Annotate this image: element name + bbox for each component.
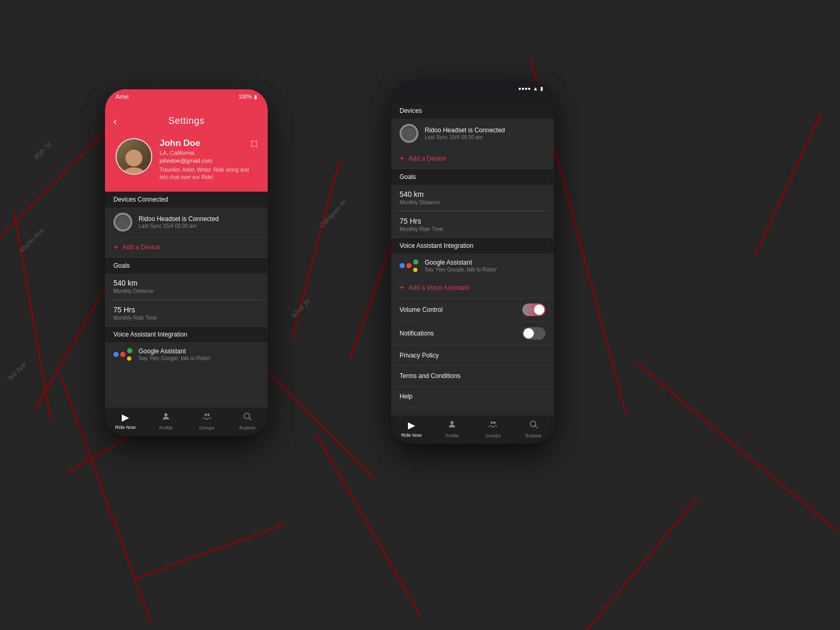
plus-icon: + <box>113 243 118 252</box>
right-add-voice[interactable]: + Add a Voice Assistant <box>391 278 554 298</box>
right-add-device-label: Add a Device <box>408 155 446 162</box>
volume-control-toggle[interactable] <box>522 303 545 316</box>
device-name: Ridoo Headset is Connected <box>139 215 219 223</box>
settings-title: Settings <box>168 116 204 127</box>
right-groups-icon <box>488 419 498 432</box>
volume-control-row[interactable]: Volume Control <box>391 298 554 322</box>
voice-assistant-text: Google Assistant Say 'Hey Google, talk t… <box>139 348 211 361</box>
nav-profile-label: Profile <box>159 425 173 430</box>
street-label: Maine Ave <box>18 226 46 254</box>
goal-distance-item[interactable]: 540 km Monthly Distance <box>105 274 268 300</box>
nav-ride-now[interactable]: ▶ Ride Now <box>105 412 146 430</box>
profile-section: John Doe ⬚ LA, California johndoe@gmail.… <box>105 133 268 192</box>
back-button[interactable]: ‹ <box>113 115 117 127</box>
volume-control-label: Volume Control <box>400 306 443 313</box>
profile-name-row: John Doe ⬚ <box>160 138 257 149</box>
right-assistant-name: Google Assistant <box>425 259 497 266</box>
avatar-image <box>117 139 151 174</box>
google-dot-red <box>120 352 125 357</box>
avatar-body <box>122 167 145 174</box>
right-devices-label: Devices <box>400 107 422 114</box>
edit-profile-icon[interactable]: ⬚ <box>250 139 257 148</box>
right-nav-profile-label: Profile <box>445 433 459 438</box>
google-logo <box>113 348 132 361</box>
privacy-policy-item[interactable]: Privacy Policy <box>391 345 554 366</box>
wifi-icon: ▲ <box>533 86 538 91</box>
nav-explore[interactable]: Explore <box>227 412 268 430</box>
map-line <box>635 361 837 531</box>
battery-label: 100% <box>238 94 252 100</box>
avatar-head <box>125 150 142 166</box>
right-add-voice-label: Add a Voice Assistant <box>408 284 469 291</box>
right-voice-plus-icon: + <box>400 283 404 292</box>
add-device-item[interactable]: + Add a Device <box>105 237 268 258</box>
svg-line-9 <box>536 426 538 428</box>
scroll-content: Devices Connected Ridoo Headset is Conne… <box>105 192 268 407</box>
groups-icon <box>202 412 212 424</box>
signal-icon: ●●●● <box>518 86 531 91</box>
right-phone: ●●●● ▲ ▮ Devices Ridoo Headset is Connec… <box>391 81 554 444</box>
map-line <box>754 112 823 255</box>
right-nav-profile[interactable]: Profile <box>432 419 473 438</box>
notifications-row[interactable]: Notifications <box>391 322 554 345</box>
right-google-dot-blue <box>400 263 405 268</box>
right-ride-now-icon: ▶ <box>408 419 415 431</box>
notifications-toggle-thumb <box>523 328 534 339</box>
device-text: Ridoo Headset is Connected Last Sync 15/… <box>139 215 219 229</box>
map-line <box>563 497 699 630</box>
right-google-dot-yellow <box>413 268 417 272</box>
devices-section-header: Devices Connected <box>105 192 268 207</box>
right-plus-icon: + <box>400 154 404 163</box>
svg-point-1 <box>204 414 207 416</box>
nav-explore-label: Explore <box>239 425 256 430</box>
right-voice-item[interactable]: Google Assistant Say 'Hey Google, talk t… <box>391 254 554 278</box>
device-item[interactable]: Ridoo Headset is Connected Last Sync 15/… <box>105 207 268 237</box>
profile-name: John Doe <box>160 138 200 149</box>
help-item[interactable]: Help <box>391 386 554 407</box>
goal2-label: Monthly Ride Time <box>113 315 259 321</box>
right-goal2-value: 75 Hrs <box>400 217 545 225</box>
battery-icon: ▮ <box>254 94 257 100</box>
profile-location: LA, California <box>160 150 257 156</box>
right-nav-groups[interactable]: Groups <box>472 419 513 438</box>
google-dot-blue <box>113 352 119 357</box>
right-google-dot-red <box>406 263 412 268</box>
help-label: Help <box>400 393 413 400</box>
right-scroll-content: Devices Ridoo Headset is Connected Last … <box>391 103 554 415</box>
profile-bio: Traveller, Artist, Writer. Ride along an… <box>160 166 257 181</box>
device-sync: Last Sync 15/4 09:30 am <box>139 223 219 229</box>
svg-point-5 <box>450 421 454 424</box>
battery-icon-right: ▮ <box>540 86 543 91</box>
svg-point-7 <box>494 422 496 424</box>
right-nav-explore[interactable]: Explore <box>513 419 554 438</box>
right-device-sync: Last Sync 15/4 09:30 am <box>425 134 505 140</box>
assistant-hint: Say 'Hey Google, talk to Ridoo' <box>139 355 211 361</box>
nav-groups[interactable]: Groups <box>186 412 227 430</box>
street-label: 92nd St <box>289 297 311 319</box>
goal-time-item[interactable]: 75 Hrs Monthly Ride Time <box>105 300 268 327</box>
right-add-device[interactable]: + Add a Device <box>391 149 554 169</box>
goal1-value: 540 km <box>113 279 259 287</box>
svg-point-6 <box>490 422 493 424</box>
right-device-item[interactable]: Ridoo Headset is Connected Last Sync 15/… <box>391 119 554 149</box>
right-goal-distance[interactable]: 540 km Monthly Distance <box>391 185 554 211</box>
terms-conditions-item[interactable]: Terms and Conditions <box>391 366 554 386</box>
voice-assistant-item[interactable]: Google Assistant Say 'Hey Google, talk t… <box>105 342 268 366</box>
nav-profile[interactable]: Profile <box>146 412 187 430</box>
right-explore-icon <box>529 419 538 432</box>
right-device-text: Ridoo Headset is Connected Last Sync 15/… <box>425 127 505 140</box>
carrier-label: Airtel <box>116 93 129 100</box>
right-profile-icon <box>447 419 457 432</box>
notifications-toggle[interactable] <box>522 327 545 340</box>
right-goal2-label: Monthly Ride Time <box>400 226 545 232</box>
left-phone: Airtel 100% ▮ ‹ Settings <box>105 89 268 436</box>
right-goal1-label: Monthly Distance <box>400 200 545 205</box>
right-google-logo <box>400 259 418 272</box>
ring-device-icon <box>113 213 132 232</box>
svg-line-4 <box>249 418 251 420</box>
status-icons: 100% ▮ <box>238 94 257 100</box>
right-voice-header: Voice Assistant Integration <box>391 238 554 254</box>
right-goal-time[interactable]: 75 Hrs Monthly Ride Time <box>391 212 554 238</box>
right-nav-ride-now[interactable]: ▶ Ride Now <box>391 419 432 438</box>
profile-icon <box>161 412 171 424</box>
